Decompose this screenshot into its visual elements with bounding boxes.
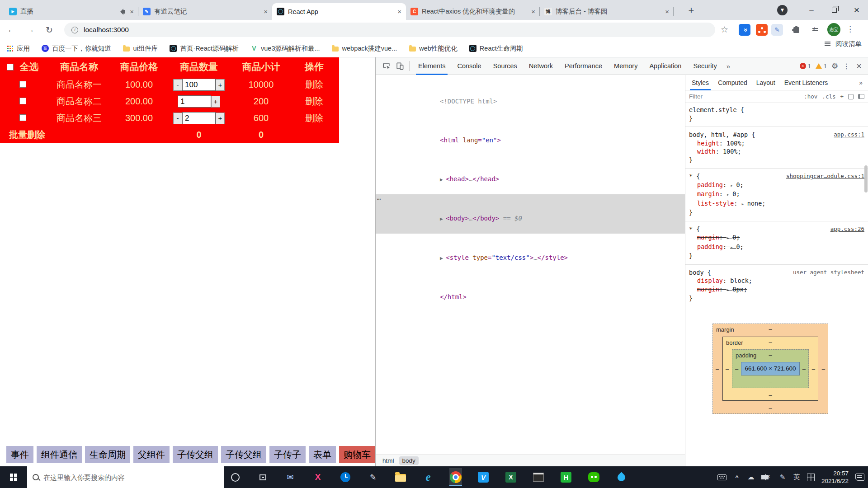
style-rule-line[interactable]: margin: ▸ 0; [685, 190, 868, 199]
browser-tab[interactable]: React App × [272, 3, 406, 20]
forward-icon[interactable]: → [24, 23, 37, 36]
row-checkbox[interactable] [19, 98, 26, 104]
sidebar-more-icon[interactable]: » [859, 79, 866, 86]
bookmark-item[interactable]: webpack搭建vue... [332, 44, 397, 53]
file-explorer-icon[interactable] [394, 468, 407, 486]
cortana-icon[interactable] [229, 468, 241, 486]
error-badge[interactable]: × 1 [800, 63, 811, 70]
breadcrumb-item[interactable]: html [379, 456, 397, 465]
tab-close-icon[interactable]: × [397, 8, 401, 15]
batch-delete-button[interactable]: 批量删除 [0, 129, 113, 141]
browser-menu-icon[interactable]: ⋮ [846, 24, 854, 34]
style-rule-line[interactable]: margin: ▸ 8px; [685, 285, 868, 295]
restore-button[interactable] [823, 0, 845, 20]
dom-tree-line[interactable]: </html> [376, 273, 685, 312]
bookmark-item[interactable]: React生命周期 [469, 44, 523, 53]
breadcrumb-item[interactable]: body [399, 456, 419, 465]
minimize-button[interactable]: – [800, 0, 823, 20]
hover-state-toggle[interactable]: :hov [804, 93, 817, 100]
download-indicator-icon[interactable]: ▼ [777, 5, 788, 15]
delete-link[interactable]: 删除 [289, 112, 339, 124]
devtools-tab[interactable]: Memory [608, 57, 643, 75]
terminal-icon[interactable] [532, 468, 545, 486]
more-tabs-icon[interactable]: » [723, 62, 734, 70]
styles-tab[interactable]: Computed [713, 75, 752, 90]
tab-close-icon[interactable]: × [665, 8, 669, 15]
style-rule-line[interactable]: } [685, 114, 868, 123]
devtools-close-icon[interactable]: × [854, 61, 863, 71]
box-model-padding[interactable]: padding – – – – 661.600 × 721.600 [732, 349, 809, 388]
url-text[interactable]: localhost:3000 [84, 26, 129, 34]
qty-minus-button[interactable]: - [173, 79, 182, 91]
devtools-settings-icon[interactable]: ⚙ [831, 61, 838, 71]
edge-icon[interactable]: e [422, 468, 434, 486]
style-rule-line[interactable]: element.style { [685, 106, 868, 114]
bookmark-item[interactable]: 百 百度一下，你就知道 [42, 44, 111, 53]
address-bar[interactable]: i localhost:3000 [64, 23, 715, 37]
new-tab-button[interactable]: + [684, 5, 698, 16]
devtools-tab[interactable]: Elements [412, 57, 451, 75]
class-toggle[interactable]: .cls [822, 93, 835, 100]
style-rule-line[interactable]: user agent stylesheet body { [685, 264, 868, 277]
bookmark-item[interactable]: web性能优化 [409, 44, 458, 53]
reload-icon[interactable]: ↻ [42, 23, 56, 36]
devtools-tab[interactable]: Performance [559, 57, 608, 75]
nav-item[interactable]: 购物车 [339, 446, 375, 463]
mail-icon[interactable]: ✉ [284, 468, 297, 486]
windows-ink-icon[interactable]: ✎ [779, 473, 786, 481]
tab-close-icon[interactable]: × [130, 8, 134, 15]
warning-badge[interactable]: 1 [816, 63, 827, 70]
close-button[interactable]: × [845, 0, 868, 20]
hidden-icons-chevron[interactable]: ^ [733, 474, 741, 481]
tab-close-icon[interactable]: × [264, 8, 268, 15]
delete-link[interactable]: 删除 [289, 95, 339, 108]
browser-tab[interactable]: ▶ 直播 × [5, 3, 138, 20]
css-file-link[interactable]: app.css:1 [834, 131, 864, 139]
browser-tab[interactable]: 博 博客后台 - 博客园 × [540, 3, 674, 20]
dom-tree-line[interactable]: ⋯ ▶ <body>…</body> == $0 [376, 194, 685, 234]
scrollbar-thumb[interactable] [864, 165, 868, 192]
nav-item[interactable]: 事件 [6, 446, 33, 463]
taskbar-clock[interactable]: 20:57 2021/6/22 [821, 469, 849, 485]
notification-center-icon[interactable] [855, 474, 864, 481]
style-rule-line[interactable]: app.css:26 * { [685, 221, 868, 234]
devtools-tab[interactable]: Sources [487, 57, 523, 75]
reading-list-button[interactable]: 阅读清单 [835, 40, 862, 48]
bookmark-item[interactable]: ui组件库 [123, 44, 158, 53]
device-toolbar-icon[interactable] [393, 60, 406, 72]
site-info-icon[interactable]: i [71, 27, 78, 33]
style-rule-line[interactable]: } [685, 252, 868, 260]
style-rule-line[interactable]: padding: ▸ 0; [685, 181, 868, 190]
start-button[interactable] [0, 466, 27, 488]
inspect-element-icon[interactable] [379, 60, 393, 72]
devtools-tab[interactable]: Application [643, 57, 687, 75]
vscode-icon[interactable]: V [477, 468, 490, 486]
dom-tree-line[interactable]: ▶ <head>…</head> [376, 155, 685, 194]
css-file-link[interactable]: app.css:26 [830, 225, 864, 234]
style-rule-line[interactable]: margin: ▸ 0; [685, 233, 868, 243]
styles-tab[interactable]: Styles [687, 75, 713, 90]
bookmark-item[interactable]: 首页·React源码解析 [170, 44, 239, 53]
pen-app-icon[interactable]: ✎ [367, 468, 379, 486]
style-rule-line[interactable]: display: block; [685, 277, 868, 285]
qty-plus-button[interactable]: + [216, 79, 225, 91]
box-model-content-size[interactable]: 661.600 × 721.600 [741, 362, 800, 375]
quantity-input[interactable]: 2 [182, 112, 216, 124]
wechat-icon[interactable] [587, 468, 600, 486]
quantity-input[interactable]: 1 [178, 95, 211, 108]
taskbar-search-input[interactable] [43, 474, 219, 481]
nav-item[interactable]: 父组件 [133, 446, 170, 463]
dom-tree-line[interactable]: <html lang="en"> [376, 116, 685, 155]
nav-item[interactable]: 子传父组 [221, 446, 266, 463]
devtools-tab[interactable]: Network [523, 57, 559, 75]
sidebar-toggle-icon[interactable] [858, 94, 864, 99]
styles-tab[interactable]: Layout [752, 75, 780, 90]
box-model-margin[interactable]: margin – – – – border – – – – padding [712, 324, 828, 414]
extensions-puzzle-icon[interactable] [790, 24, 802, 36]
excel-icon[interactable]: X [505, 468, 517, 486]
dom-tree-line[interactable]: ▶ <style type="text/css">…</style> [376, 234, 685, 273]
styles-tab[interactable]: Event Listeners [780, 75, 833, 90]
bookmark-item[interactable]: V vue3源码解析和最... [250, 44, 320, 53]
style-rule-line[interactable]: width: 100%; [685, 147, 868, 156]
style-rule-line[interactable]: list-style: ▸ none; [685, 199, 868, 209]
